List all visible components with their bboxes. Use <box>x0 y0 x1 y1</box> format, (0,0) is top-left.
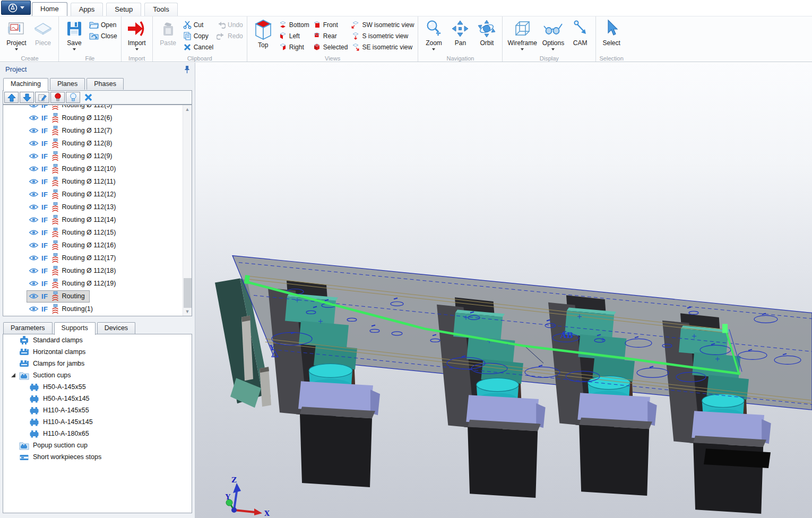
visibility-eye-icon[interactable] <box>29 229 39 236</box>
3d-viewport[interactable]: AB Y Z Y X <box>195 63 812 518</box>
pan-button[interactable]: Pan <box>448 18 472 47</box>
machining-tree-item[interactable]: IF Routing Ø 112(10) <box>3 162 192 175</box>
visibility-eye-icon[interactable] <box>29 153 39 159</box>
visibility-eye-icon[interactable] <box>29 306 39 312</box>
options-button[interactable]: Options <box>541 18 565 53</box>
supports-tree-item[interactable]: Clamps for jambs <box>3 358 192 369</box>
tab-supports[interactable]: Supports <box>54 322 96 335</box>
supports-tree-item[interactable]: H110-A-180x65 <box>3 428 192 439</box>
s-isometric-view-button[interactable]: S isometric view <box>351 30 414 41</box>
visibility-eye-icon[interactable] <box>29 115 39 121</box>
visibility-eye-icon[interactable] <box>29 280 39 287</box>
visibility-eye-icon[interactable] <box>29 178 39 185</box>
visibility-eye-icon[interactable] <box>29 140 39 146</box>
panel-splitter[interactable] <box>0 316 195 320</box>
tab-parameters[interactable]: Parameters <box>3 322 53 334</box>
machining-tree-item[interactable]: IF Routing Ø 112(17) <box>3 252 192 264</box>
project-dropdown-caret <box>15 48 18 52</box>
machining-tree-item[interactable]: IF Routing Ø 112(16) <box>3 239 192 252</box>
supports-tree-item[interactable]: H50-A-145x145 <box>3 393 192 404</box>
supports-tree-item[interactable]: H50-A-145x55 <box>3 381 192 393</box>
hide-item-button[interactable] <box>50 92 65 103</box>
close-button[interactable]: Close <box>89 30 117 41</box>
supports-tree-item[interactable]: Horizontal clamps <box>3 346 192 358</box>
machining-tree-item[interactable]: IF Routing Ø 112(13) <box>3 201 192 213</box>
tab-tools[interactable]: Tools <box>144 3 177 16</box>
supports-tree-item[interactable]: H110-A-145x145 <box>3 416 192 428</box>
import-button[interactable]: Import <box>125 18 149 53</box>
machining-tree-scrollbar[interactable]: ▲ ▼ <box>183 105 192 316</box>
supports-tree-item[interactable]: H110-A-145x55 <box>3 404 192 416</box>
open-button[interactable]: Open <box>89 19 117 30</box>
machining-tree-item[interactable]: IF Routing Ø 112(5) <box>3 105 192 111</box>
tab-setup[interactable]: Setup <box>106 3 141 16</box>
supports-tree-item[interactable]: Short workpieces stops <box>3 451 192 463</box>
scroll-down-icon[interactable]: ▼ <box>183 307 192 316</box>
machining-tree-item[interactable]: IF Routing Ø 112(19) <box>3 277 192 290</box>
machining-tree-item[interactable]: IF Routing Ø 112(12) <box>3 188 192 201</box>
select-button[interactable]: Select <box>600 18 623 47</box>
visibility-eye-icon[interactable] <box>29 242 39 248</box>
machining-tree-item[interactable]: IF Routing Ø 112(18) <box>3 264 192 277</box>
bottom-view-button[interactable]: Bottom <box>279 19 309 30</box>
cancel-button[interactable]: Cancel <box>183 41 213 53</box>
orbit-button[interactable]: Orbit <box>475 18 498 47</box>
tab-home[interactable]: Home <box>32 2 67 16</box>
expander-triangle-icon[interactable] <box>11 373 15 377</box>
scrollbar-thumb[interactable] <box>184 278 192 308</box>
visibility-eye-icon[interactable] <box>29 204 39 210</box>
supports-tree-item[interactable]: Popup suction cup <box>3 439 192 451</box>
top-view-button[interactable]: Top <box>251 18 275 49</box>
machining-tree-item[interactable]: IF Routing Ø 112(6) <box>3 111 192 124</box>
supports-tree-item[interactable]: Suction cups <box>3 369 192 381</box>
project-button[interactable]: Project <box>5 18 28 53</box>
cam-button[interactable]: CAM <box>568 18 592 47</box>
cut-button[interactable]: Cut <box>183 19 213 30</box>
supports-tree-item[interactable]: Standard clamps <box>3 334 192 346</box>
scroll-up-icon[interactable]: ▲ <box>183 105 192 114</box>
machining-tree-item[interactable]: IF Routing Ø 112(11) <box>3 175 192 188</box>
zoom-button[interactable]: Zoom <box>422 18 445 53</box>
application-menu-button[interactable] <box>1 1 31 15</box>
ribbon-group-selection: Select Selection <box>596 16 627 62</box>
visibility-eye-icon[interactable] <box>29 191 39 197</box>
supports-item-label: Horizontal clamps <box>33 348 85 356</box>
show-item-button[interactable] <box>66 92 80 103</box>
delete-item-button[interactable] <box>81 92 96 103</box>
left-view-button[interactable]: Left <box>279 30 309 41</box>
tab-phases[interactable]: Phases <box>87 78 124 90</box>
front-view-button[interactable]: Front <box>313 19 348 30</box>
sw-isometric-view-button[interactable]: SW isometric view <box>351 19 414 30</box>
machining-item-label: Routing Ø 112(7) <box>62 127 113 134</box>
visibility-eye-icon[interactable] <box>29 293 39 299</box>
machining-tree-item[interactable]: IF Routing(1) <box>3 303 192 315</box>
wireframe-button[interactable]: Wireframe <box>506 18 538 53</box>
machining-tree-item[interactable]: IF Routing Ø 112(9) <box>3 150 192 162</box>
tab-planes[interactable]: Planes <box>50 78 85 90</box>
tab-devices[interactable]: Devices <box>97 322 135 334</box>
rear-view-button[interactable]: Rear <box>313 30 348 41</box>
visibility-eye-icon[interactable] <box>29 127 39 134</box>
visibility-eye-icon[interactable] <box>29 255 39 261</box>
machining-tree-item[interactable]: IF Routing <box>3 290 192 303</box>
tab-machining[interactable]: Machining <box>3 78 48 91</box>
edit-list-button[interactable] <box>35 92 49 103</box>
visibility-eye-icon[interactable] <box>29 166 39 172</box>
machining-tree-item[interactable]: IF Routing Ø 112(7) <box>3 124 192 137</box>
machining-tree-item[interactable]: IF Routing Ø 112(15) <box>3 226 192 239</box>
visibility-eye-icon[interactable] <box>29 267 39 274</box>
se-isometric-view-button[interactable]: SE isometric view <box>351 41 414 53</box>
selected-view-button[interactable]: Selected <box>313 41 348 53</box>
move-up-button[interactable] <box>4 92 19 103</box>
machining-tree-item[interactable]: IF Routing Ø 112(8) <box>3 137 192 150</box>
copy-button[interactable]: Copy <box>183 30 213 41</box>
save-button[interactable]: Save <box>63 18 86 53</box>
left-view-cube-icon <box>279 32 287 40</box>
machining-tree-item[interactable]: IF Routing Ø 112(14) <box>3 213 192 226</box>
move-down-button[interactable] <box>20 92 34 103</box>
right-view-button[interactable]: Right <box>279 41 309 53</box>
tab-apps[interactable]: Apps <box>71 3 103 16</box>
visibility-eye-icon[interactable] <box>29 105 39 108</box>
visibility-eye-icon[interactable] <box>29 217 39 223</box>
supports-item-label: Standard clamps <box>33 336 83 344</box>
